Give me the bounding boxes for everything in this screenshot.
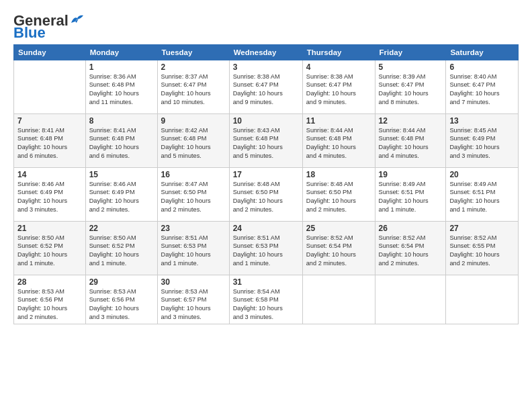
day-info: Sunrise: 8:46 AM Sunset: 6:49 PM Dayligh… <box>17 180 82 215</box>
day-number: 25 <box>306 224 371 233</box>
day-number: 22 <box>89 224 154 233</box>
calendar-cell: 6Sunrise: 8:40 AM Sunset: 6:47 PM Daylig… <box>446 60 519 113</box>
calendar-cell: 7Sunrise: 8:41 AM Sunset: 6:48 PM Daylig… <box>14 113 86 167</box>
calendar-cell: 28Sunrise: 8:53 AM Sunset: 6:56 PM Dayli… <box>14 275 86 324</box>
day-info: Sunrise: 8:48 AM Sunset: 6:50 PM Dayligh… <box>306 180 371 215</box>
calendar-cell: 12Sunrise: 8:44 AM Sunset: 6:48 PM Dayli… <box>375 113 446 167</box>
day-info: Sunrise: 8:42 AM Sunset: 6:48 PM Dayligh… <box>161 126 226 161</box>
calendar-cell: 18Sunrise: 8:48 AM Sunset: 6:50 PM Dayli… <box>302 167 375 221</box>
weekday-header: Saturday <box>446 44 519 60</box>
calendar-cell: 22Sunrise: 8:50 AM Sunset: 6:52 PM Dayli… <box>85 221 157 275</box>
day-number: 29 <box>89 277 154 287</box>
calendar-cell: 16Sunrise: 8:47 AM Sunset: 6:50 PM Dayli… <box>157 167 229 221</box>
day-number: 30 <box>161 277 226 287</box>
day-info: Sunrise: 8:44 AM Sunset: 6:48 PM Dayligh… <box>306 126 371 161</box>
calendar-cell: 19Sunrise: 8:49 AM Sunset: 6:51 PM Dayli… <box>375 167 446 221</box>
weekday-header: Wednesday <box>229 44 302 60</box>
calendar-cell: 10Sunrise: 8:43 AM Sunset: 6:48 PM Dayli… <box>229 113 302 167</box>
day-info: Sunrise: 8:47 AM Sunset: 6:50 PM Dayligh… <box>161 180 226 215</box>
day-number: 11 <box>306 116 371 126</box>
day-number: 19 <box>379 170 443 179</box>
day-number: 31 <box>233 277 299 287</box>
calendar-cell: 15Sunrise: 8:46 AM Sunset: 6:49 PM Dayli… <box>85 167 157 221</box>
day-number: 27 <box>449 224 515 233</box>
day-number: 18 <box>306 170 371 179</box>
calendar-cell: 21Sunrise: 8:50 AM Sunset: 6:52 PM Dayli… <box>14 221 86 275</box>
day-info: Sunrise: 8:49 AM Sunset: 6:51 PM Dayligh… <box>379 180 443 215</box>
calendar-cell <box>14 60 86 113</box>
weekday-header: Monday <box>85 44 157 60</box>
calendar-cell: 20Sunrise: 8:49 AM Sunset: 6:51 PM Dayli… <box>446 167 519 221</box>
calendar-cell: 9Sunrise: 8:42 AM Sunset: 6:48 PM Daylig… <box>157 113 229 167</box>
calendar-cell: 4Sunrise: 8:38 AM Sunset: 6:47 PM Daylig… <box>302 60 375 113</box>
calendar-cell: 5Sunrise: 8:39 AM Sunset: 6:47 PM Daylig… <box>375 60 446 113</box>
day-number: 23 <box>161 224 226 233</box>
logo-bird-icon <box>70 13 85 26</box>
day-info: Sunrise: 8:54 AM Sunset: 6:58 PM Dayligh… <box>233 287 299 322</box>
day-info: Sunrise: 8:52 AM Sunset: 6:54 PM Dayligh… <box>306 234 371 269</box>
day-info: Sunrise: 8:43 AM Sunset: 6:48 PM Dayligh… <box>233 126 299 161</box>
calendar-cell: 31Sunrise: 8:54 AM Sunset: 6:58 PM Dayli… <box>229 275 302 324</box>
day-number: 10 <box>233 116 299 126</box>
calendar-cell <box>446 275 519 324</box>
calendar-cell: 29Sunrise: 8:53 AM Sunset: 6:56 PM Dayli… <box>85 275 157 324</box>
day-info: Sunrise: 8:50 AM Sunset: 6:52 PM Dayligh… <box>17 234 82 269</box>
day-info: Sunrise: 8:53 AM Sunset: 6:57 PM Dayligh… <box>161 287 226 322</box>
weekday-header: Thursday <box>302 44 375 60</box>
calendar-cell: 23Sunrise: 8:51 AM Sunset: 6:53 PM Dayli… <box>157 221 229 275</box>
calendar-cell: 11Sunrise: 8:44 AM Sunset: 6:48 PM Dayli… <box>302 113 375 167</box>
weekday-header: Sunday <box>14 44 86 60</box>
day-number: 5 <box>379 62 443 72</box>
day-info: Sunrise: 8:38 AM Sunset: 6:47 PM Dayligh… <box>306 73 371 107</box>
day-info: Sunrise: 8:40 AM Sunset: 6:47 PM Dayligh… <box>449 73 515 107</box>
day-info: Sunrise: 8:41 AM Sunset: 6:48 PM Dayligh… <box>89 126 154 161</box>
day-number: 26 <box>379 224 443 233</box>
calendar-cell: 27Sunrise: 8:52 AM Sunset: 6:55 PM Dayli… <box>446 221 519 275</box>
day-number: 15 <box>89 170 154 179</box>
day-info: Sunrise: 8:51 AM Sunset: 6:53 PM Dayligh… <box>233 234 299 269</box>
weekday-header: Friday <box>375 44 446 60</box>
day-number: 16 <box>161 170 226 179</box>
day-info: Sunrise: 8:52 AM Sunset: 6:55 PM Dayligh… <box>449 234 515 269</box>
day-number: 2 <box>161 62 226 72</box>
day-info: Sunrise: 8:39 AM Sunset: 6:47 PM Dayligh… <box>379 73 443 107</box>
calendar-cell: 1Sunrise: 8:36 AM Sunset: 6:48 PM Daylig… <box>85 60 157 113</box>
page: General Blue SundayMondayTuesdayWednesda… <box>0 0 532 411</box>
calendar-table: SundayMondayTuesdayWednesdayThursdayFrid… <box>13 44 519 325</box>
calendar-cell <box>375 275 446 324</box>
day-info: Sunrise: 8:36 AM Sunset: 6:48 PM Dayligh… <box>89 73 154 107</box>
calendar-cell: 3Sunrise: 8:38 AM Sunset: 6:47 PM Daylig… <box>229 60 302 113</box>
day-info: Sunrise: 8:44 AM Sunset: 6:48 PM Dayligh… <box>379 126 443 161</box>
day-info: Sunrise: 8:38 AM Sunset: 6:47 PM Dayligh… <box>233 73 299 107</box>
day-number: 20 <box>449 170 515 179</box>
day-info: Sunrise: 8:53 AM Sunset: 6:56 PM Dayligh… <box>17 287 82 322</box>
calendar-cell: 2Sunrise: 8:37 AM Sunset: 6:47 PM Daylig… <box>157 60 229 113</box>
calendar-cell: 13Sunrise: 8:45 AM Sunset: 6:49 PM Dayli… <box>446 113 519 167</box>
day-number: 8 <box>89 116 154 126</box>
weekday-header: Tuesday <box>157 44 229 60</box>
day-info: Sunrise: 8:41 AM Sunset: 6:48 PM Dayligh… <box>17 126 82 161</box>
day-info: Sunrise: 8:46 AM Sunset: 6:49 PM Dayligh… <box>89 180 154 215</box>
day-info: Sunrise: 8:53 AM Sunset: 6:56 PM Dayligh… <box>89 287 154 322</box>
calendar-cell: 30Sunrise: 8:53 AM Sunset: 6:57 PM Dayli… <box>157 275 229 324</box>
day-info: Sunrise: 8:45 AM Sunset: 6:49 PM Dayligh… <box>449 126 515 161</box>
day-number: 4 <box>306 62 371 72</box>
header: General Blue <box>13 12 519 39</box>
day-info: Sunrise: 8:51 AM Sunset: 6:53 PM Dayligh… <box>161 234 226 269</box>
day-number: 3 <box>233 62 299 72</box>
day-number: 24 <box>233 224 299 233</box>
day-number: 7 <box>17 116 82 126</box>
day-number: 17 <box>233 170 299 179</box>
day-info: Sunrise: 8:52 AM Sunset: 6:54 PM Dayligh… <box>379 234 443 269</box>
day-info: Sunrise: 8:49 AM Sunset: 6:51 PM Dayligh… <box>449 180 515 215</box>
day-info: Sunrise: 8:37 AM Sunset: 6:47 PM Dayligh… <box>161 73 226 107</box>
day-info: Sunrise: 8:50 AM Sunset: 6:52 PM Dayligh… <box>89 234 154 269</box>
calendar-cell: 17Sunrise: 8:48 AM Sunset: 6:50 PM Dayli… <box>229 167 302 221</box>
calendar-cell: 25Sunrise: 8:52 AM Sunset: 6:54 PM Dayli… <box>302 221 375 275</box>
day-number: 1 <box>89 62 154 72</box>
day-number: 13 <box>449 116 515 126</box>
day-info: Sunrise: 8:48 AM Sunset: 6:50 PM Dayligh… <box>233 180 299 215</box>
calendar-cell <box>302 275 375 324</box>
calendar-cell: 14Sunrise: 8:46 AM Sunset: 6:49 PM Dayli… <box>14 167 86 221</box>
day-number: 28 <box>17 277 82 287</box>
